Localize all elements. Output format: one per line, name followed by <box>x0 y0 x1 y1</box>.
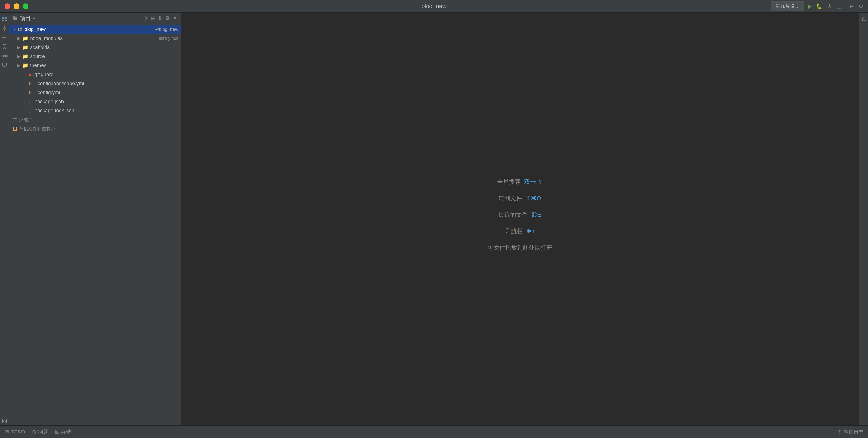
minimize-button[interactable] <box>13 3 20 9</box>
hint-shortcut-1[interactable]: ⇧⌘O <box>526 195 541 202</box>
problems-button[interactable]: 问题 <box>32 429 48 435</box>
scratch-label: 草稿文件和控制台 <box>19 126 55 132</box>
sidebar-item-database[interactable] <box>0 60 9 69</box>
todo-button[interactable]: TODO <box>4 429 25 435</box>
tree-label-themes: themes <box>30 63 181 68</box>
folder-scaffolds-icon: 📁 <box>22 44 28 50</box>
svg-rect-3 <box>5 20 6 22</box>
file-gitignore-icon: ● <box>29 72 31 77</box>
arrow-scaffolds: ▶ <box>16 45 22 50</box>
svg-point-24 <box>34 432 34 433</box>
tree-label-root: blog_new <box>24 26 155 32</box>
toolbar-icons: ▶ 🐛 ⏱ ◫ ⊟ ⚙ <box>808 3 864 9</box>
hint-shortcut-3[interactable]: ⌘↑ <box>526 228 535 235</box>
project-dropdown-arrow[interactable]: ▾ <box>33 15 35 21</box>
tree-item-themes[interactable]: ▶ 📁 themes <box>9 61 181 70</box>
coverage-icon[interactable]: ◫ <box>836 3 842 9</box>
tree-item-config-landscape[interactable]: ▶ 🗒 _config.landscape.yml <box>9 79 181 88</box>
sidebar-item-terminal-bottom[interactable] <box>0 416 9 425</box>
hint-shortcut-0[interactable]: 双击 ⇧ <box>524 178 542 186</box>
tree-item-package-json[interactable]: ▶ { } package.json <box>9 97 181 106</box>
folder-root-icon: 🗂 <box>18 26 23 32</box>
close-button[interactable] <box>4 3 10 9</box>
tree-item-package-lock-json[interactable]: ▶ { } package-lock.json <box>9 106 181 115</box>
sidebar-item-npm[interactable]: npm <box>0 51 9 60</box>
tree-label-gitignore: .gitignore <box>33 72 181 77</box>
settings-icon[interactable]: ⚙ <box>859 3 864 9</box>
event-log-icon <box>837 430 842 434</box>
bottom-bar: TODO 问题 终端 事件日志 <box>0 425 868 438</box>
file-panel-actions: ⟳ ⊟ ⇅ ⚙ ✕ <box>144 15 177 21</box>
file-config-landscape-icon: 🗒 <box>29 81 33 86</box>
hint-label-0: 全局搜索 <box>497 178 521 186</box>
terminal-icon <box>55 430 59 434</box>
svg-point-10 <box>3 63 6 64</box>
hint-label-1: 转到文件 <box>499 194 522 202</box>
profile-icon[interactable]: ⏱ <box>827 3 832 9</box>
arrow-source: ▶ <box>16 54 22 59</box>
debug-icon[interactable]: 🐛 <box>816 3 823 9</box>
run-icon[interactable]: ▶ <box>808 3 812 9</box>
right-icon-notifications[interactable] <box>859 15 868 24</box>
close-panel-icon[interactable]: ✕ <box>173 15 177 21</box>
svg-rect-7 <box>2 36 6 36</box>
tree-label-package-lock-json: package-lock.json <box>35 108 181 113</box>
panel-settings-icon[interactable]: ⚙ <box>165 15 170 21</box>
left-sidebar: npm <box>0 13 9 425</box>
tree-item-root[interactable]: ▾ 🗂 blog_new ~/blog_new <box>9 25 181 34</box>
file-tree: ▾ 🗂 blog_new ~/blog_new ▶ 📁 node_modules… <box>9 24 181 425</box>
external-lib-icon <box>13 118 17 122</box>
maximize-button[interactable] <box>23 3 29 9</box>
sidebar-item-structure[interactable] <box>0 33 9 42</box>
tree-item-node_modules[interactable]: ▶ 📁 node_modules library root <box>9 34 181 43</box>
sidebar-item-project[interactable] <box>0 15 9 24</box>
tree-item-gitignore[interactable]: ▶ ● .gitignore <box>9 70 181 79</box>
tree-label-config-yml: _config.yml <box>35 90 181 96</box>
terminal-button[interactable]: 终端 <box>55 429 71 435</box>
titlebar: blog_new 添加配置... ▶ 🐛 ⏱ ◫ ⊟ ⚙ <box>0 0 868 13</box>
sort-icon[interactable]: ⇅ <box>158 15 162 21</box>
tree-label-node_modules: node_modules <box>30 35 159 41</box>
collapse-all-icon[interactable]: ⊟ <box>151 15 155 21</box>
file-panel-header: 项目 ▾ ⟳ ⊟ ⇅ ⚙ ✕ <box>9 13 181 24</box>
hint-label-2: 最近的文件 <box>498 211 528 219</box>
tree-item-scaffolds[interactable]: ▶ 📁 scaffolds <box>9 43 181 52</box>
svg-rect-8 <box>2 37 6 38</box>
window-title: blog_new <box>421 3 446 10</box>
sidebar-item-commits[interactable] <box>0 24 9 33</box>
file-panel: 项目 ▾ ⟳ ⊟ ⇅ ⚙ ✕ ▾ 🗂 blog_new ~/blog_new <box>9 13 181 425</box>
arrow-root: ▾ <box>11 27 18 32</box>
svg-rect-2 <box>2 20 4 22</box>
svg-rect-1 <box>5 18 6 19</box>
section-external-lib[interactable]: 外部库 <box>9 115 181 124</box>
folder-node_modules-icon: 📁 <box>22 35 28 41</box>
tree-label-source: source <box>30 54 181 59</box>
event-log-button[interactable]: 事件日志 <box>837 429 864 435</box>
sync-icon[interactable]: ⟳ <box>144 15 148 21</box>
hint-global-search: 全局搜索 双击 ⇧ <box>488 178 552 186</box>
tree-item-source[interactable]: ▶ 📁 source <box>9 52 181 61</box>
hint-shortcut-2[interactable]: ⌘E <box>531 211 541 218</box>
root-path: ~/blog_new <box>155 27 178 32</box>
split-icon[interactable]: ⊟ <box>850 3 855 9</box>
svg-rect-9 <box>2 39 5 39</box>
section-scratch[interactable]: 草稿文件和控制台 <box>9 124 181 133</box>
problems-label: 问题 <box>38 429 48 435</box>
svg-point-4 <box>4 28 5 29</box>
scratch-icon <box>13 127 17 131</box>
file-package-lock-json-icon: { } <box>29 108 33 113</box>
sidebar-item-bookmark[interactable] <box>0 42 9 51</box>
svg-rect-0 <box>2 18 4 19</box>
hint-recent-files: 最近的文件 ⌘E <box>488 211 552 219</box>
external-lib-label: 外部库 <box>19 117 33 123</box>
file-package-json-icon: { } <box>29 99 33 104</box>
tree-label-scaffolds: scaffolds <box>30 44 181 50</box>
tree-item-config-yml[interactable]: ▶ 🗒 _config.yml <box>9 88 181 97</box>
file-config-yml-icon: 🗒 <box>29 90 33 95</box>
svg-rect-14 <box>13 16 15 18</box>
todo-icon <box>4 430 9 434</box>
hint-label-3: 导航栏 <box>505 227 523 235</box>
add-config-button[interactable]: 添加配置... <box>771 1 804 11</box>
bottom-left: TODO 问题 终端 <box>4 429 71 435</box>
right-sidebar <box>859 13 868 425</box>
